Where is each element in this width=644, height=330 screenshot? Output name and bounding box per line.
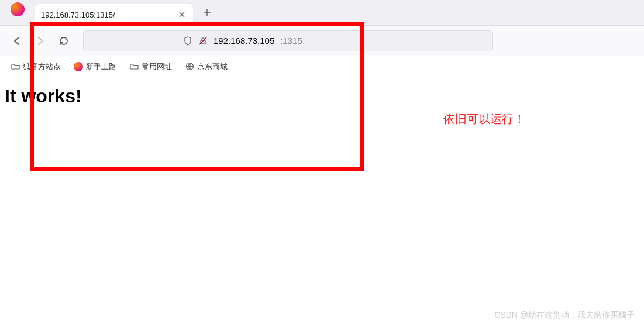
bookmark-common-urls[interactable]: 常用网址 [126,59,175,74]
close-tab-icon[interactable] [177,9,187,20]
address-bar[interactable]: 192.168.73.105:1315 [83,30,493,51]
bookmarks-bar: 狐官方站点 新手上路 常用网址 京东商城 [0,56,644,77]
bookmark-getting-started[interactable]: 新手上路 [70,59,120,74]
bookmark-label: 京东商城 [197,61,228,72]
bookmark-jd[interactable]: 京东商城 [181,59,231,74]
page-content: It works! [0,77,644,115]
back-button[interactable] [7,31,27,51]
firefox-app-icon [11,2,27,19]
new-tab-button[interactable] [198,4,216,22]
url-port: :1315 [280,36,302,46]
watermark-text: CSDN @站在这别动，我去给你买橘子 [494,310,635,321]
annotation-text: 依旧可以运行！ [443,111,525,127]
folder-icon [11,62,20,71]
page-heading: It works! [5,85,639,107]
lock-insecure-icon [198,36,208,46]
bookmark-fox-official[interactable]: 狐官方站点 [7,59,64,74]
url-host: 192.168.73.105 [213,36,274,46]
bookmark-label: 新手上路 [86,61,116,72]
shield-icon [183,36,192,46]
tab-bar: 192.168.73.105:1315/ [0,0,644,26]
tab-title: 192.168.73.105:1315/ [41,11,177,19]
toolbar: 192.168.73.105:1315 [0,26,644,56]
forward-button[interactable] [30,31,50,51]
browser-tab[interactable]: 192.168.73.105:1315/ [35,4,193,25]
folder-icon [129,62,139,71]
globe-icon [185,62,194,71]
bookmark-label: 常用网址 [142,61,172,72]
firefox-icon [74,62,83,71]
reload-button[interactable] [54,31,74,51]
bookmark-label: 狐官方站点 [23,61,61,72]
